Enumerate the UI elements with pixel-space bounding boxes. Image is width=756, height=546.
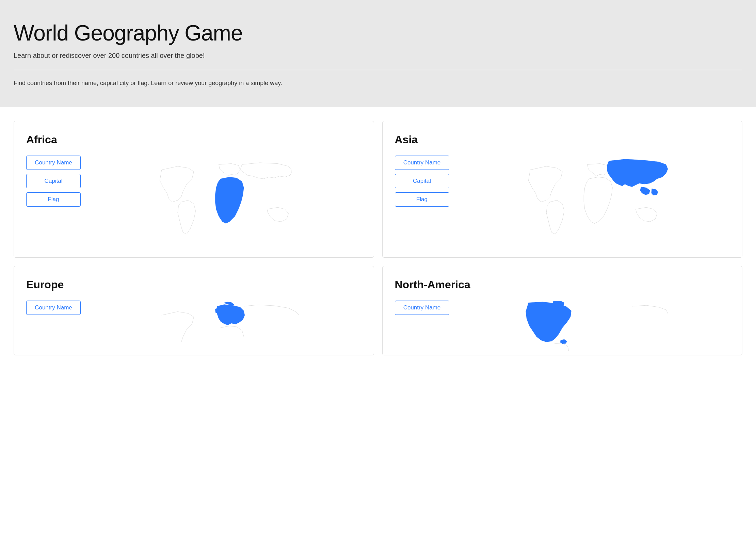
card-north-america: North-America Country Name <box>382 266 743 355</box>
card-asia-title: Asia <box>395 133 730 146</box>
asia-country-name-button[interactable]: Country Name <box>395 156 449 170</box>
north-america-map <box>463 301 730 355</box>
page-title: World Geography Game <box>14 20 742 46</box>
africa-capital-button[interactable]: Capital <box>26 174 81 188</box>
card-north-america-buttons: Country Name <box>395 301 449 315</box>
asia-flag-button[interactable]: Flag <box>395 192 449 207</box>
europe-country-name-button[interactable]: Country Name <box>26 301 81 315</box>
card-africa-content: Country Name Capital Flag <box>26 156 361 245</box>
card-asia: Asia Country Name Capital Flag <box>382 121 743 258</box>
card-europe: Europe Country Name <box>14 266 374 355</box>
africa-country-name-button[interactable]: Country Name <box>26 156 81 170</box>
card-europe-content: Country Name <box>26 301 361 355</box>
card-north-america-title: North-America <box>395 278 730 291</box>
africa-map <box>94 156 361 245</box>
card-africa: Africa Country Name Capital Flag <box>14 121 374 258</box>
card-africa-title: Africa <box>26 133 361 146</box>
card-asia-content: Country Name Capital Flag <box>395 156 730 245</box>
hero-section: World Geography Game Learn about or redi… <box>0 0 756 107</box>
cards-section: Africa Country Name Capital Flag <box>0 107 756 369</box>
card-europe-buttons: Country Name <box>26 301 81 315</box>
hero-divider <box>14 70 742 70</box>
cards-grid: Africa Country Name Capital Flag <box>14 121 742 355</box>
card-africa-buttons: Country Name Capital Flag <box>26 156 81 207</box>
card-europe-title: Europe <box>26 278 361 291</box>
hero-description: Find countries from their name, capital … <box>14 80 742 87</box>
africa-flag-button[interactable]: Flag <box>26 192 81 207</box>
card-north-america-content: Country Name <box>395 301 730 355</box>
north-america-country-name-button[interactable]: Country Name <box>395 301 449 315</box>
card-asia-buttons: Country Name Capital Flag <box>395 156 449 207</box>
hero-subtitle: Learn about or rediscover over 200 count… <box>14 52 742 60</box>
asia-map <box>463 156 730 245</box>
europe-map <box>94 301 361 355</box>
asia-capital-button[interactable]: Capital <box>395 174 449 188</box>
